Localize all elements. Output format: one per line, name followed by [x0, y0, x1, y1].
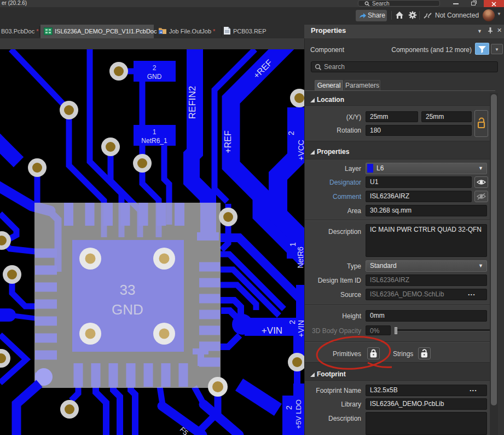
svg-text:2: 2 — [285, 405, 293, 410]
svg-text:1: 1 — [153, 128, 157, 136]
svg-text:GND: GND — [112, 301, 143, 318]
svg-text:33: 33 — [120, 282, 136, 298]
svg-text:+REF: +REF — [223, 130, 233, 153]
svg-text:1: 1 — [288, 242, 297, 247]
svg-text:2: 2 — [153, 64, 157, 72]
svg-text:NetR6: NetR6 — [296, 247, 304, 268]
svg-text:REFIN2: REFIN2 — [187, 86, 198, 119]
svg-text:+5V LDO: +5V LDO — [294, 399, 303, 429]
svg-text:2: 2 — [288, 320, 297, 324]
svg-text:NetR6_1: NetR6_1 — [141, 137, 167, 145]
svg-text:GND: GND — [147, 73, 162, 81]
svg-text:+VCC: +VCC — [297, 140, 304, 161]
svg-text:+VIN: +VIN — [262, 325, 282, 336]
svg-text:2: 2 — [287, 131, 296, 135]
